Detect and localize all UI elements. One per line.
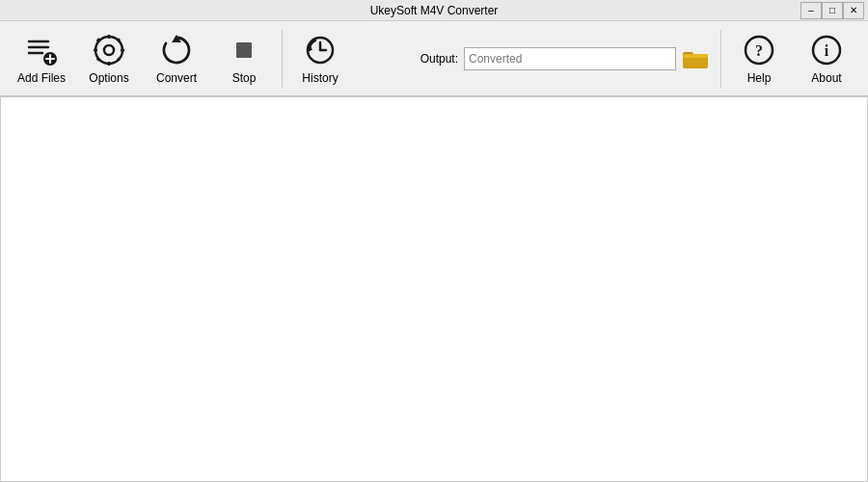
svg-rect-8	[108, 35, 111, 39]
svg-rect-24	[683, 54, 708, 58]
history-icon	[303, 33, 338, 67]
about-icon: i	[809, 33, 844, 67]
main-content-area	[0, 96, 868, 482]
history-label: History	[302, 71, 338, 85]
svg-rect-11	[121, 48, 124, 51]
close-button[interactable]: ✕	[843, 2, 864, 19]
svg-rect-9	[108, 62, 111, 66]
svg-text:i: i	[825, 42, 829, 59]
help-button[interactable]: ? Help	[725, 24, 793, 94]
app-title: UkeySoft M4V Converter	[68, 4, 800, 17]
about-label: About	[811, 71, 841, 85]
maximize-button[interactable]: □	[822, 2, 843, 19]
title-bar: UkeySoft M4V Converter – □ ✕	[0, 0, 868, 21]
add-files-button[interactable]: Add Files	[8, 24, 75, 94]
browse-folder-button[interactable]	[682, 46, 709, 71]
options-icon	[92, 33, 126, 67]
add-files-icon	[24, 33, 59, 67]
stop-button[interactable]: Stop	[210, 24, 278, 94]
toolbar-divider-2	[720, 30, 721, 88]
output-area: Output:	[420, 46, 717, 71]
help-icon: ?	[742, 33, 776, 67]
output-label: Output:	[420, 52, 458, 66]
history-button[interactable]: History	[286, 24, 354, 94]
convert-label: Convert	[156, 71, 197, 85]
stop-icon	[227, 33, 261, 67]
svg-text:?: ?	[755, 42, 763, 59]
output-input[interactable]	[464, 47, 676, 70]
add-files-label: Add Files	[17, 71, 66, 85]
svg-rect-10	[94, 48, 97, 51]
convert-button[interactable]: Convert	[143, 24, 210, 94]
options-label: Options	[89, 71, 128, 85]
svg-rect-17	[236, 42, 252, 58]
convert-icon	[159, 33, 194, 67]
about-button[interactable]: i About	[793, 24, 860, 94]
svg-point-7	[104, 45, 114, 55]
minimize-button[interactable]: –	[800, 2, 822, 19]
help-label: Help	[747, 71, 772, 85]
toolbar: Add Files Options	[0, 21, 868, 96]
window-controls[interactable]: – □ ✕	[800, 2, 864, 19]
options-button[interactable]: Options	[75, 24, 143, 94]
toolbar-divider-1	[282, 30, 283, 88]
stop-label: Stop	[232, 71, 257, 85]
